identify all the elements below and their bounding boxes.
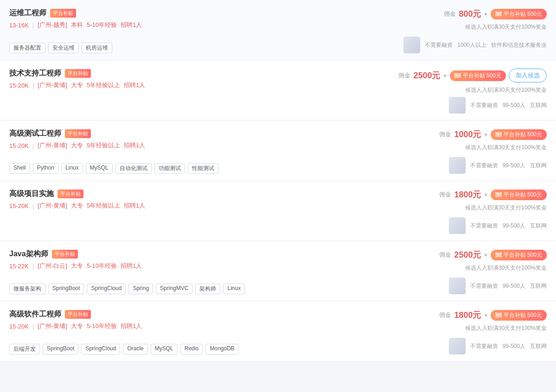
company-tag: 99-500人 (503, 342, 525, 350)
job-meta: 15-20K | [广州-黄埔] 大专 5年经验以上 招聘1人 (9, 81, 145, 89)
company-tag: 互联网 (530, 342, 547, 350)
company-tag: 互联网 (530, 162, 547, 170)
company-tag: 99-500人 (503, 162, 525, 170)
reward-plus: + (443, 72, 447, 79)
right-section: 佣金 2500元 + 平台补贴 500元 加入候选 候选人入职满30天支付10 (389, 69, 547, 94)
location: [广州-黄埔] (38, 202, 67, 210)
job-title: 技术支持工程师 (9, 69, 61, 78)
reward-row: 佣金 800元 + 平台补贴 500元 (444, 8, 547, 19)
reward-plus: + (484, 251, 487, 259)
envelope-icon (495, 192, 502, 197)
experience: 5年经验以上 (87, 202, 120, 210)
reward-row: 佣金 2500元 + 平台补贴 500元 (439, 249, 547, 260)
job-left: 高级项目实施 平台补贴 15-20K | [广州-黄埔] 大专 5年经验以上 招… (9, 189, 145, 215)
reward-amount: 2500元 (454, 249, 481, 260)
company-tag: 不需要融资 (470, 342, 498, 350)
job-item-job4[interactable]: 高级项目实施 平台补贴 15-20K | [广州-黄埔] 大专 5年经验以上 招… (0, 181, 556, 241)
bonus-desc: 候选人入职满30天支付100%奖金 (465, 86, 547, 94)
headcount: 招聘1人 (124, 81, 145, 89)
reward-amount: 800元 (459, 8, 481, 19)
tag: SpringCloud (87, 284, 126, 294)
salary: 15-20K (9, 323, 29, 330)
job-list: 运维工程师 平台补贴 13-16K | [广州-越秀] 本科 5-10年经验 招… (0, 0, 556, 361)
job-header: 高级项目实施 平台补贴 15-20K | [广州-黄埔] 大专 5年经验以上 招… (9, 189, 547, 215)
headcount: 招聘1人 (121, 262, 142, 270)
tag: Python (33, 163, 58, 174)
location: [广州-白云] (38, 262, 67, 270)
company-logo (449, 157, 466, 174)
company-logo (403, 37, 420, 53)
envelope-icon (495, 12, 502, 16)
platform-reward-badge: 平台补贴 500元 (491, 310, 547, 321)
tag: MongoDB (205, 344, 238, 354)
job-title: 高级项目实施 (9, 189, 54, 199)
reward-row: 佣金 1800元 + 平台补贴 500元 (439, 310, 547, 321)
education: 本科 (71, 21, 83, 29)
platform-badge: 平台补贴 (58, 190, 83, 198)
headcount: 招聘1人 (124, 202, 145, 210)
job-body: 后端开发SpringBootSpringCloudOracleMySQLRedi… (9, 338, 547, 354)
platform-badge: 平台补贴 (65, 69, 91, 78)
company-tag: 不需要融资 (470, 222, 498, 230)
tag: Linux (61, 163, 83, 174)
reward-amount: 1800元 (454, 310, 481, 321)
job-item-job1[interactable]: 运维工程师 平台补贴 13-16K | [广州-越秀] 本科 5-10年经验 招… (0, 0, 556, 60)
platform-badge: 平台补贴 (52, 250, 78, 259)
reward-amount: 1800元 (454, 189, 481, 200)
job-body: 微服务架构SpringBootSpringCloudSpringSpringMV… (9, 278, 547, 294)
tag: 服务器配置 (9, 43, 45, 53)
company-tag: 互联网 (530, 101, 547, 109)
tag: 机房运维 (82, 43, 112, 53)
join-candidate-button[interactable]: 加入候选 (509, 69, 547, 82)
tag: 功能测试 (154, 163, 185, 174)
tag: SpringBoot (43, 344, 78, 354)
job-title: 高级软件工程师 (9, 310, 61, 319)
job-item-job5[interactable]: Java架构师 平台补贴 15-22K | [广州-白云] 大专 5-10年经验… (0, 241, 556, 301)
reward-label: 佣金 (444, 10, 456, 18)
reward-label: 佣金 (439, 251, 451, 259)
tag: SpringCloud (81, 344, 120, 354)
company-logo (449, 97, 466, 114)
job-body: 不需要融资99-500人互联网 (9, 217, 547, 234)
education: 大专 (71, 141, 83, 150)
platform-reward-badge: 平台补贴 500元 (491, 250, 547, 260)
headcount: 招聘1人 (121, 21, 142, 29)
job-left: 高级软件工程师 平台补贴 15-20K | [广州-黄埔] 大专 5-10年经验… (9, 310, 142, 335)
job-item-job6[interactable]: 高级软件工程师 平台补贴 15-20K | [广州-黄埔] 大专 5-10年经验… (0, 301, 556, 361)
body-right: 不需要融资99-500人互联网 (389, 217, 547, 234)
job-title-row: 高级软件工程师 平台补贴 (9, 310, 142, 319)
reward-plus: + (484, 10, 487, 18)
reward-plus: + (484, 131, 487, 138)
tag: 性能测试 (188, 163, 218, 174)
job-title-row: 高级测试工程师 平台补贴 (9, 129, 145, 139)
job-header: 高级软件工程师 平台补贴 15-20K | [广州-黄埔] 大专 5-10年经验… (9, 310, 547, 335)
location: [广州-黄埔] (38, 81, 67, 89)
job-title: 高级测试工程师 (9, 129, 61, 139)
company-tag: 不需要融资 (470, 101, 498, 109)
tag: Spring (128, 284, 153, 294)
right-section: 佣金 1800元 + 平台补贴 500元 候选人入职满30天支付100%奖金 (389, 189, 547, 212)
tag: 微服务架构 (9, 284, 45, 294)
headcount: 招聘1人 (121, 322, 142, 330)
company-tag: 99-500人 (503, 282, 525, 290)
company-tag: 互联网 (530, 282, 547, 290)
job-item-job2[interactable]: 技术支持工程师 平台补贴 15-20K | [广州-黄埔] 大专 5年经验以上 … (0, 60, 556, 120)
envelope-icon (495, 253, 502, 257)
reward-amount: 2500元 (413, 70, 440, 81)
job-header: 高级测试工程师 平台补贴 15-20K | [广州-黄埔] 大专 5年经验以上 … (9, 129, 547, 154)
job-item-job3[interactable]: 高级测试工程师 平台补贴 15-20K | [广州-黄埔] 大专 5年经验以上 … (0, 120, 556, 181)
job-left: 高级测试工程师 平台补贴 15-20K | [广州-黄埔] 大专 5年经验以上 … (9, 129, 145, 154)
location: [广州-黄埔] (38, 322, 67, 330)
body-left: 微服务架构SpringBootSpringCloudSpringSpringMV… (9, 284, 245, 294)
reward-row: 佣金 1000元 + 平台补贴 500元 (439, 129, 547, 140)
platform-reward-badge: 平台补贴 500元 (491, 9, 547, 19)
tags-row: ShellPythonLinuxMySQL自动化测试功能测试性能测试 (9, 163, 218, 174)
job-body: 不需要融资99-500人互联网 (9, 97, 547, 114)
body-right: 不需要融资99-500人互联网 (389, 97, 547, 114)
reward-row: 佣金 2500元 + 平台补贴 500元 加入候选 (398, 69, 547, 82)
job-meta: 15-22K | [广州-白云] 大专 5-10年经验 招聘1人 (9, 262, 142, 270)
reward-label: 佣金 (439, 130, 451, 139)
job-body: 服务器配置安全运维机房运维 不需要融资1000人以上软件和信息技术服务业 (9, 37, 547, 53)
company-tag: 99-500人 (503, 222, 525, 230)
body-right: 不需要融资99-500人互联网 (389, 278, 547, 294)
